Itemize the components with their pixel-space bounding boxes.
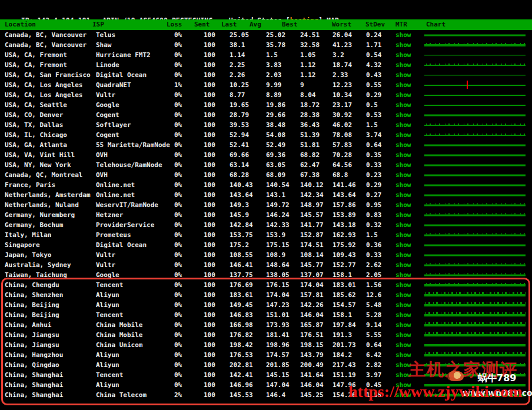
cell-isp: WeservIT/RamNode [96,200,158,210]
mtr-show-link[interactable]: show [395,310,411,320]
cell-location: Germany, Bochum [5,220,63,230]
cell-sent: 100 [204,280,215,290]
cell-stdev: 1.5 [366,230,378,240]
mtr-show-link[interactable]: show [395,330,411,340]
latency-sparkline [424,130,526,140]
cell-avg: 145.15 [266,370,290,380]
mtr-show-link[interactable]: show [395,270,411,280]
mtr-show-link[interactable]: show [395,50,411,60]
cell-location: France, Paris [5,180,55,190]
table-row: USA, GA, Atlanta55 Marietta/RamNode0%100… [0,140,532,150]
mtr-show-link[interactable]: show [395,80,411,90]
mtr-show-link[interactable]: show [395,320,411,330]
mtr-show-link[interactable]: show [395,150,411,160]
cell-avg: 173.93 [266,320,290,330]
mtr-show-link[interactable]: show [395,110,411,120]
mtr-show-link[interactable]: show [395,280,411,290]
cell-last: 176.53 [230,350,253,360]
cell-isp: ProviderService [96,220,154,230]
cell-stdev: 6.42 [366,350,382,360]
cell-last: 146.96 [230,380,253,390]
results-table-body: Canada, BC, VancouverTelus0%10025.0525.0… [0,0,532,410]
mtr-show-link[interactable]: show [395,300,411,310]
cell-stdev: 3.74 [366,130,382,140]
cell-worst: 57.83 [332,140,352,150]
mtr-show-link[interactable]: show [395,260,411,270]
cell-last: 140.43 [230,180,253,190]
mtr-show-link[interactable]: show [395,340,411,350]
cell-stdev: 0.64 [366,140,382,150]
snail-logo-icon [447,371,464,381]
cell-worst: 143.64 [332,190,356,200]
mtr-show-link[interactable]: show [395,130,411,140]
mtr-show-link[interactable]: show [395,220,411,230]
cell-location: USA, VA, Vint Hill [5,150,75,160]
cell-avg: 19.86 [266,100,285,110]
cell-worst: 3.2 [332,50,344,60]
mtr-show-link[interactable]: show [395,240,411,250]
cell-avg: 8.89 [266,90,282,100]
sparkline-bar [424,164,526,166]
cell-avg: 38.48 [266,120,285,130]
mtr-show-link[interactable]: show [395,250,411,260]
cell-stdev: 0.33 [366,160,382,170]
cell-worst: 217.43 [332,360,356,370]
table-row: Germany, BochumProviderService0%100142.8… [0,220,532,230]
cell-last: 176.82 [230,330,253,340]
table-row: USA, NY, New YorkTelehouse/RamNode0%1006… [0,160,532,170]
cell-last: 2.25 [230,60,245,70]
mtr-show-link[interactable]: show [395,170,411,180]
cell-best: 165.87 [300,320,324,330]
sparkline-bar [424,214,526,216]
mtr-show-link[interactable]: show [395,90,411,100]
mtr-show-link[interactable]: show [395,140,411,150]
cell-stdev: 0.64 [366,340,382,350]
cell-loss: 1% [174,80,182,90]
mtr-show-link[interactable]: show [395,100,411,110]
cell-sent: 100 [204,110,215,120]
table-row: Canada, BC, VancouverTelus0%10025.0525.0… [0,30,532,40]
table-row: France, ParisOnline.net0%100140.43140.54… [0,180,532,190]
table-row: USA, CA, SeattleGoogle0%10019.6519.8618.… [0,100,532,110]
mtr-show-link[interactable]: show [395,40,411,50]
cell-loss: 0% [174,100,182,110]
sparkline-bar [424,194,526,196]
mtr-show-link[interactable]: show [395,210,411,220]
cell-isp: China Mobile [96,330,142,340]
mtr-show-link[interactable]: show [395,290,411,300]
cell-loss: 0% [174,360,182,370]
table-row: SingaporeDigital Ocean0%100175.2175.1517… [0,240,532,250]
cell-best: 145.77 [300,260,324,270]
table-row: Germany, NurembergHetzner0%100145.9146.2… [0,210,532,220]
cell-avg: 148.64 [266,260,290,270]
cell-last: 39.53 [230,120,249,130]
mtr-show-link[interactable]: show [395,180,411,190]
mtr-show-link[interactable]: show [395,160,411,170]
cell-isp: Cogent [96,130,119,140]
mtr-show-link[interactable]: show [395,190,411,200]
cell-location: USA, CA, San Francisco [5,70,91,80]
mtr-show-link[interactable]: show [395,60,411,70]
mtr-show-link[interactable]: show [395,230,411,240]
cell-worst: 143.18 [332,220,356,230]
cell-avg: 198.96 [266,340,290,350]
cell-isp: Tencent [96,310,123,320]
cell-worst: 46.02 [332,120,352,130]
mtr-show-link[interactable]: show [395,30,411,40]
cell-sent: 100 [204,40,215,50]
cell-avg: 174.57 [266,350,290,360]
mtr-show-link[interactable]: show [395,70,411,80]
sparkline-bar [424,264,526,266]
mtr-show-link[interactable]: show [395,200,411,210]
cell-worst: 158.1 [332,270,352,280]
cell-stdev: 5.55 [366,330,382,340]
cell-worst: 2.33 [332,70,348,80]
cell-isp: China Mobile [96,320,142,330]
cell-location: USA, CA, Los Angeles [5,90,82,100]
mtr-show-link[interactable]: show [395,120,411,130]
cell-sent: 100 [204,70,215,80]
cell-sent: 100 [204,50,215,60]
latency-sparkline [424,90,526,100]
cell-worst: 68.8 [332,170,348,180]
sparkline-bar [424,135,526,136]
